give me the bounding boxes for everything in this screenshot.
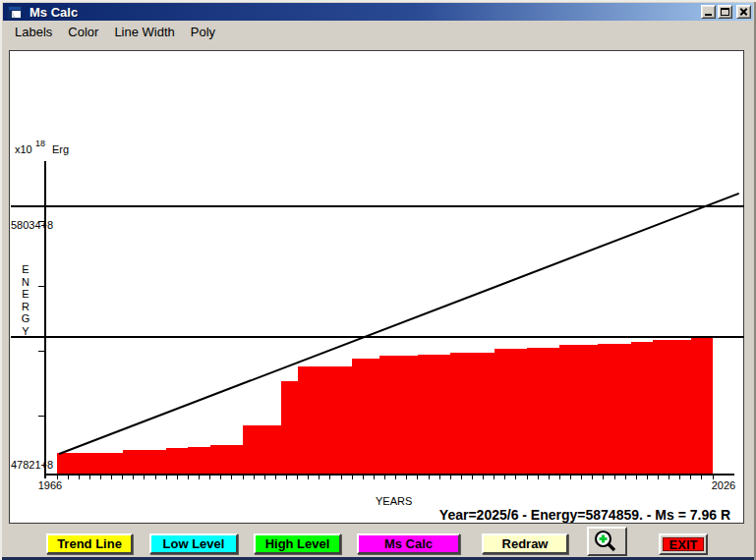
magnifier-plus-icon: [593, 529, 618, 554]
close-icon: [737, 6, 750, 18]
y-axis-title-letter: E: [22, 288, 29, 300]
menu-bar: Labels Color Line Width Poly: [3, 22, 753, 41]
energy-step-area: [57, 338, 713, 475]
close-button[interactable]: [736, 5, 751, 19]
zoom-button[interactable]: [587, 527, 627, 556]
app-icon: [8, 6, 22, 19]
ms-calc-button[interactable]: Ms Calc: [357, 533, 460, 554]
trend-line-button-label: Trend Line: [57, 536, 122, 551]
menu-labels[interactable]: Labels: [7, 23, 60, 41]
energy-chart: x10 18 Erg 58034+8 47821+8 ENERGY 1966 2…: [10, 51, 745, 525]
menu-line-width[interactable]: Line Width: [106, 23, 182, 41]
minimize-icon: [705, 14, 712, 16]
y-unit-suffix: Erg: [52, 143, 69, 155]
maximize-icon: [721, 8, 729, 16]
exit-button-face: EXIT: [663, 537, 704, 551]
y-unit-prefix: x10: [15, 143, 32, 155]
high-level-button-label: High Level: [265, 536, 330, 551]
x-tick-label-left: 1966: [38, 479, 62, 491]
y-tick-label-low: 47821+8: [11, 459, 53, 471]
y-axis-title-letter: R: [22, 301, 29, 312]
low-level-button-label: Low Level: [163, 536, 225, 551]
y-axis-title-letter: G: [22, 312, 30, 324]
high-level-button[interactable]: High Level: [254, 533, 341, 554]
trend-line-button[interactable]: Trend Line: [46, 533, 133, 554]
y-axis-title: ENERGY: [22, 263, 30, 337]
chart-canvas[interactable]: x10 18 Erg 58034+8 47821+8 ENERGY 1966 2…: [9, 50, 744, 524]
window-title: Ms Calc: [29, 5, 701, 20]
status-readout: Year=2025/6 - Energy=5874859. - Ms = 7.9…: [439, 507, 730, 523]
title-bar[interactable]: Ms Calc: [3, 3, 753, 21]
exit-button-label: EXIT: [669, 537, 698, 552]
redraw-button-label: Redraw: [502, 536, 549, 551]
y-unit-exponent: 18: [35, 139, 45, 148]
y-axis-title-letter: E: [22, 263, 29, 275]
y-axis-title-letter: N: [22, 276, 29, 288]
app-window: Ms Calc Labels Color Line Width Poly x10…: [0, 0, 756, 560]
y-axis-title-letter: Y: [22, 325, 29, 337]
menu-color[interactable]: Color: [60, 23, 106, 41]
maximize-button[interactable]: [718, 5, 732, 19]
ms-calc-button-label: Ms Calc: [384, 536, 433, 551]
window-controls: [701, 5, 751, 19]
x-axis-title: YEARS: [376, 495, 412, 507]
low-level-button[interactable]: Low Level: [149, 533, 238, 554]
x-tick-label-right: 2026: [712, 479, 735, 491]
redraw-button[interactable]: Redraw: [482, 533, 568, 554]
y-tick-label-high: 58034+8: [11, 219, 53, 231]
exit-button[interactable]: EXIT: [659, 533, 708, 555]
minimize-button[interactable]: [701, 5, 716, 19]
menu-poly[interactable]: Poly: [183, 23, 223, 41]
